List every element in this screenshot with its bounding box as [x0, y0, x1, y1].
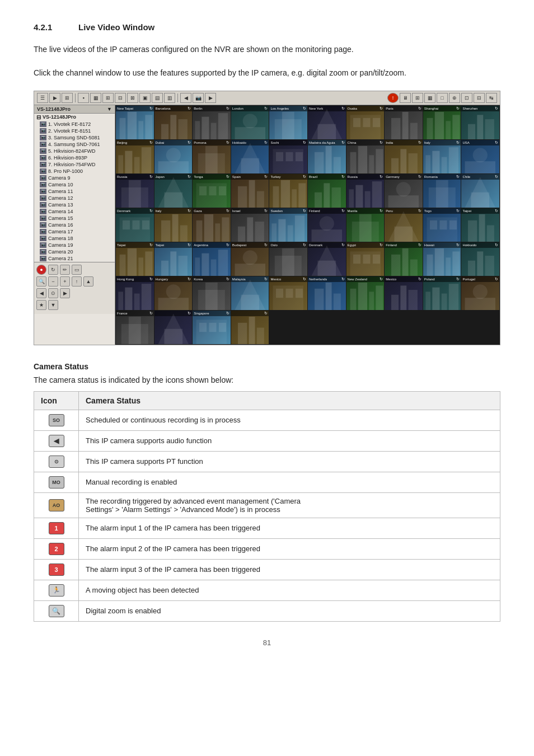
camera-cell-46[interactable]: Denmark↻: [308, 242, 346, 276]
camera-cell-27[interactable]: Russia↻: [346, 174, 385, 208]
camera-cell-36[interactable]: Finland↻: [308, 208, 346, 242]
camera-cell-16[interactable]: Madeira da Aguia↻: [308, 140, 346, 173]
ctrl-btn-left[interactable]: ◀: [36, 288, 46, 298]
camera-cell-58[interactable]: Mexico↻: [385, 276, 423, 310]
camera-cell-54[interactable]: Malaysia↻: [231, 276, 269, 310]
ctrl-btn-up[interactable]: ▲: [83, 276, 93, 287]
sidebar-camera-12[interactable]: 📷Camera 12: [34, 195, 115, 201]
camera-cell-48[interactable]: Finland↻: [385, 242, 423, 276]
camera-cell-30[interactable]: Chile↻: [461, 174, 499, 208]
sidebar-camera-15[interactable]: 📷Camera 15: [34, 215, 115, 222]
camera-cell-11[interactable]: Beijing↻: [116, 140, 154, 173]
ctrl-btn-right[interactable]: ▶: [60, 288, 70, 298]
camera-cell-34[interactable]: Israel↻: [231, 208, 269, 242]
camera-cell-57[interactable]: New Zealand↻: [346, 276, 385, 310]
camera-cell-28[interactable]: Germany↻: [385, 174, 423, 208]
ctrl-btn-minus[interactable]: −: [48, 276, 58, 287]
camera-cell-39[interactable]: Togo↻: [423, 208, 461, 242]
sidebar-camera-11[interactable]: 📷Camera 11: [34, 188, 115, 195]
toolbar-btn-layout3[interactable]: ▥: [164, 93, 175, 103]
camera-cell-5[interactable]: Los Angeles↻: [269, 106, 307, 139]
camera-cell-62[interactable]: ↻: [154, 311, 193, 344]
camera-cell-51[interactable]: Hong Kong↻: [116, 276, 154, 310]
ctrl-btn-plus[interactable]: +: [60, 276, 70, 287]
toolbar-btn-r2[interactable]: ⊞: [412, 93, 423, 103]
sidebar-camera-10[interactable]: 📷Camera 10: [34, 181, 115, 188]
camera-cell-3[interactable]: Berlin↻: [193, 106, 231, 139]
camera-cell-4[interactable]: London↻: [231, 106, 269, 139]
toolbar-btn-layout2[interactable]: ▤: [152, 93, 163, 103]
toolbar-btn-next[interactable]: ▶: [205, 93, 216, 103]
toolbar-btn-r8[interactable]: ↹: [486, 93, 497, 103]
toolbar-btn-r6[interactable]: ⊡: [461, 93, 472, 103]
camera-cell-15[interactable]: Sochi↻: [269, 140, 307, 173]
camera-cell-8[interactable]: Paris↻: [385, 106, 423, 139]
camera-cell-23[interactable]: Tonga↻: [193, 174, 231, 208]
camera-cell-9[interactable]: Shanghai↻: [423, 106, 461, 139]
camera-cell-10[interactable]: Shenzhen↻: [461, 106, 499, 139]
camera-cell-1[interactable]: New Taipei↻: [116, 106, 154, 139]
sidebar-camera-9[interactable]: 📷Camera 9: [34, 175, 115, 181]
camera-cell-13[interactable]: Pomona↻: [193, 140, 231, 173]
ctrl-btn-search[interactable]: 🔍: [36, 276, 46, 287]
camera-cell-12[interactable]: Dubai↻: [154, 140, 193, 173]
camera-cell-26[interactable]: Brazil↻: [308, 174, 346, 208]
toolbar-btn-1x1[interactable]: ▪: [78, 93, 89, 103]
camera-cell-41[interactable]: Taipei↻: [116, 242, 154, 276]
camera-cell-49[interactable]: Hawaii↻: [423, 242, 461, 276]
sidebar-camera-2[interactable]: 📷2. Vivotek FE-8151: [34, 128, 115, 134]
sidebar-camera-5[interactable]: 📷5. Hikvision-824FWD: [34, 148, 115, 154]
sidebar-camera-19[interactable]: 📷Camera 19: [34, 242, 115, 248]
sidebar-camera-8[interactable]: 📷8. Pro NP-1000: [34, 168, 115, 175]
camera-cell-42[interactable]: Taipei↻: [154, 242, 193, 276]
toolbar-btn-3x3[interactable]: ⊞: [102, 93, 114, 103]
toolbar-btn-prev[interactable]: ◀: [180, 93, 191, 103]
sidebar-camera-13[interactable]: 📷Camera 13: [34, 201, 115, 208]
camera-cell-17[interactable]: China↻: [346, 140, 385, 173]
camera-cell-53[interactable]: Korea↻: [193, 276, 231, 310]
camera-cell-43[interactable]: Argentina↻: [193, 242, 231, 276]
toolbar-btn-grid[interactable]: ⊞: [62, 93, 73, 103]
camera-cell-18[interactable]: India↻: [385, 140, 423, 173]
camera-cell-20[interactable]: USA↻: [461, 140, 499, 173]
camera-cell-22[interactable]: Japan↻: [154, 174, 193, 208]
toolbar-btn-2x2[interactable]: ▦: [90, 93, 101, 103]
sidebar-camera-18[interactable]: 📷Camera 18: [34, 235, 115, 242]
camera-cell-45[interactable]: Oslo↻: [269, 242, 307, 276]
ctrl-btn-up-left[interactable]: ↑: [72, 276, 82, 287]
sidebar-camera-21[interactable]: 📷Camera 21: [34, 255, 115, 262]
camera-cell-24[interactable]: Spain↻: [231, 174, 269, 208]
toolbar-btn-r4[interactable]: □: [437, 93, 448, 103]
camera-cell-59[interactable]: Poland↻: [423, 276, 461, 310]
ctrl-btn-monitor[interactable]: ▭: [72, 265, 82, 275]
nvr-tree-root[interactable]: ⊟ VS-12148JPro: [34, 114, 115, 121]
camera-cell-44[interactable]: Budapest↻: [231, 242, 269, 276]
camera-cell-40[interactable]: Taipei↻: [461, 208, 499, 242]
camera-cell-37[interactable]: Manila↻: [346, 208, 385, 242]
sidebar-camera-20[interactable]: 📷Camera 20: [34, 248, 115, 255]
ctrl-btn-preset[interactable]: ★: [36, 300, 46, 310]
camera-cell-60[interactable]: Portugal↻: [461, 276, 499, 310]
toolbar-btn-r5[interactable]: ⊕: [449, 93, 460, 103]
camera-cell-2[interactable]: Barcelona↻: [154, 106, 193, 139]
sidebar-camera-1[interactable]: 📷1. Vivotek FE-8172: [34, 121, 115, 128]
sidebar-camera-17[interactable]: 📷Camera 17: [34, 228, 115, 235]
toolbar-btn-r7[interactable]: ⊟: [474, 93, 485, 103]
camera-cell-61[interactable]: France↻: [116, 311, 154, 344]
camera-cell-29[interactable]: Romania↻: [423, 174, 461, 208]
camera-cell-56[interactable]: Netherlands↻: [308, 276, 346, 310]
nvr-expand-icon[interactable]: ▼: [107, 106, 112, 112]
camera-cell-50[interactable]: Hokkaido↻: [461, 242, 499, 276]
ctrl-btn-center[interactable]: ⊙: [48, 288, 58, 298]
camera-cell-52[interactable]: Hungary↻: [154, 276, 193, 310]
sidebar-camera-4[interactable]: 📷4. Samsung SND-7061: [34, 141, 115, 148]
toolbar-btn-5x5[interactable]: ⊠: [127, 93, 138, 103]
camera-cell-31[interactable]: Denmark↻: [116, 208, 154, 242]
toolbar-btn-layout1[interactable]: ▣: [139, 93, 151, 103]
toolbar-btn-4x4[interactable]: ⊟: [115, 93, 126, 103]
camera-cell-55[interactable]: Mexico↻: [269, 276, 307, 310]
sidebar-camera-14[interactable]: 📷Camera 14: [34, 208, 115, 215]
toolbar-btn-alert[interactable]: !: [387, 93, 399, 103]
toolbar-btn-cam[interactable]: 📷: [193, 93, 204, 103]
camera-cell-38[interactable]: Peru↻: [385, 208, 423, 242]
